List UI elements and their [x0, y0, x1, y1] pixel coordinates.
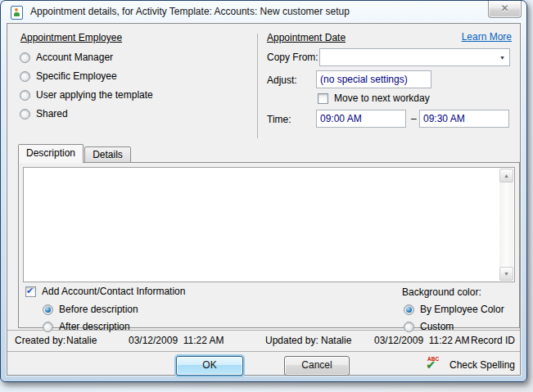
- description-tab-panel: ▲ ▼ Add Account/Contact Information Befo…: [18, 162, 520, 328]
- check-mark-icon: ✔: [426, 358, 436, 372]
- section-divider: [257, 34, 258, 138]
- created-by-label: Created by:: [15, 331, 65, 351]
- radio-icon: [404, 304, 414, 315]
- updated-by-name: Natalie: [321, 331, 351, 351]
- time-end-input[interactable]: [419, 110, 509, 128]
- created-by-name: Natalie: [66, 331, 97, 351]
- checkbox-icon: [318, 93, 328, 104]
- radio-icon: [43, 304, 53, 315]
- title-bar[interactable]: Appointment details, for Activity Templa…: [1, 1, 526, 23]
- radio-after-description[interactable]: After description: [43, 321, 130, 332]
- move-next-workday-checkbox[interactable]: Move to next workday: [318, 92, 430, 104]
- check-spelling-label: Check Spelling: [449, 359, 515, 371]
- radio-shared[interactable]: Shared: [20, 108, 68, 119]
- radio-label: After description: [59, 321, 130, 332]
- description-textarea[interactable]: ▲ ▼: [23, 167, 515, 282]
- radio-icon: [404, 322, 414, 332]
- updated-datetime: 03/12/2009 11:22 AM: [374, 331, 470, 351]
- time-range-separator: –: [411, 113, 417, 124]
- textarea-scrollbar[interactable]: ▲ ▼: [499, 169, 513, 281]
- radio-label: Specific Employee: [36, 70, 117, 82]
- ok-button[interactable]: OK: [176, 356, 243, 376]
- tab-description[interactable]: Description: [18, 144, 84, 163]
- close-icon: ✕: [500, 2, 508, 14]
- spell-check-icon: ABC ✔: [425, 356, 443, 374]
- chevron-down-icon: ▼: [499, 55, 505, 61]
- radio-before-description[interactable]: Before description: [43, 304, 138, 315]
- status-bar: Created by: Natalie 03/12/2009 11:22 AM …: [7, 330, 520, 352]
- created-datetime: 03/12/2009 11:22 AM: [129, 331, 224, 351]
- learn-more-link[interactable]: Learn More: [462, 31, 512, 43]
- appointment-icon: [11, 6, 23, 20]
- record-id-label: Record ID: [471, 331, 515, 351]
- radio-user-applying-template[interactable]: User applying the template: [20, 89, 153, 101]
- date-section-heading: Appointment Date: [267, 32, 346, 43]
- radio-icon: [20, 90, 30, 101]
- time-start-input[interactable]: [316, 110, 406, 128]
- radio-account-manager[interactable]: Account Manager: [20, 52, 113, 63]
- scroll-up-icon[interactable]: ▲: [499, 169, 513, 182]
- tab-details[interactable]: Details: [84, 146, 131, 163]
- radio-label: User applying the template: [36, 89, 153, 101]
- tab-label: Description: [26, 147, 75, 159]
- tab-label: Details: [93, 149, 123, 160]
- checkbox-label: Add Account/Contact Information: [42, 286, 185, 297]
- updated-by-label: Updated by:: [265, 331, 318, 351]
- radio-icon: [43, 322, 53, 332]
- radio-label: By Employee Color: [420, 304, 504, 315]
- time-label: Time:: [267, 114, 291, 125]
- radio-by-employee-color[interactable]: By Employee Color: [404, 304, 504, 315]
- radio-icon: [20, 71, 30, 82]
- scroll-down-icon[interactable]: ▼: [499, 267, 513, 281]
- employee-section-heading: Appointment Employee: [20, 32, 122, 43]
- radio-custom-color[interactable]: Custom: [404, 321, 454, 332]
- adjust-label: Adjust:: [267, 74, 297, 86]
- background-color-label: Background color:: [402, 286, 481, 298]
- radio-label: Before description: [59, 304, 138, 315]
- checkbox-label: Move to next workday: [334, 92, 430, 104]
- radio-icon: [20, 109, 30, 119]
- check-spelling-button[interactable]: ABC ✔ Check Spelling: [425, 356, 515, 374]
- appointment-details-dialog: Appointment details, for Activity Templa…: [0, 0, 527, 382]
- add-account-contact-checkbox[interactable]: Add Account/Contact Information: [25, 286, 185, 297]
- checkbox-icon: [25, 286, 36, 297]
- copy-from-label: Copy From:: [267, 52, 318, 63]
- radio-icon: [20, 52, 30, 63]
- cancel-button[interactable]: Cancel: [284, 356, 350, 376]
- window-title: Appointment details, for Activity Templa…: [30, 1, 350, 23]
- radio-label: Shared: [36, 108, 68, 119]
- adjust-input[interactable]: [316, 70, 431, 88]
- radio-specific-employee[interactable]: Specific Employee: [20, 70, 117, 82]
- close-button[interactable]: ✕: [488, 1, 522, 18]
- copy-from-combobox[interactable]: ▼: [319, 48, 510, 66]
- radio-label: Account Manager: [36, 52, 113, 63]
- dialog-body: Appointment Employee Account Manager Spe…: [7, 23, 521, 376]
- radio-label: Custom: [420, 321, 454, 332]
